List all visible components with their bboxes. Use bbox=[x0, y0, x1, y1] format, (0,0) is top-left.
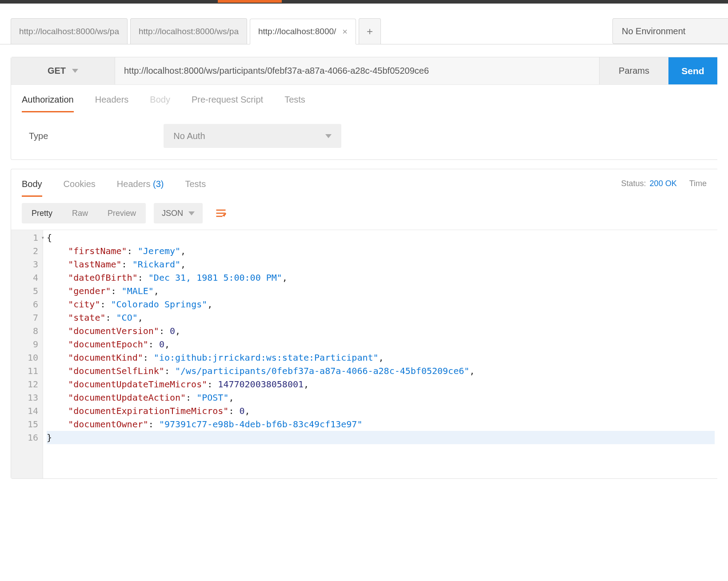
active-highlight bbox=[218, 0, 282, 3]
request-tabs: Authorization Headers Body Pre-request S… bbox=[11, 85, 717, 112]
close-icon[interactable]: × bbox=[342, 27, 348, 37]
tab-response-headers[interactable]: Headers (3) bbox=[117, 179, 164, 197]
request-tab-1[interactable]: http://localhost:8000/ws/pa bbox=[130, 18, 247, 44]
response-tabs-row: Body Cookies Headers (3) Tests Status: 2… bbox=[11, 169, 717, 197]
headers-label: Headers bbox=[117, 179, 151, 189]
auth-row: Type No Auth bbox=[11, 112, 717, 159]
app-top-bar bbox=[0, 0, 728, 4]
request-tab-2[interactable]: http://localhost:8000/ × bbox=[250, 19, 356, 44]
response-body-editor[interactable]: 12345678910111213141516 { "firstName": "… bbox=[11, 230, 717, 478]
tab-headers[interactable]: Headers bbox=[95, 95, 129, 112]
params-button[interactable]: Params bbox=[599, 57, 668, 84]
tab-response-cookies[interactable]: Cookies bbox=[64, 179, 96, 197]
response-tabs: Body Cookies Headers (3) Tests bbox=[22, 179, 206, 197]
auth-type-value: No Auth bbox=[173, 131, 205, 141]
environment-select[interactable]: No Environment bbox=[612, 18, 728, 44]
tab-label: http://localhost:8000/ bbox=[258, 27, 336, 36]
auth-type-label: Type bbox=[29, 131, 48, 141]
status-area: Status: 200 OK Time bbox=[621, 179, 707, 188]
format-raw-button[interactable]: Raw bbox=[62, 203, 98, 223]
format-row: Pretty Raw Preview JSON bbox=[11, 197, 717, 230]
line-gutter: 12345678910111213141516 bbox=[11, 230, 43, 478]
send-button[interactable]: Send bbox=[668, 57, 717, 84]
tab-label: http://localhost:8000/ws/pa bbox=[19, 27, 119, 36]
tab-response-tests[interactable]: Tests bbox=[185, 179, 206, 197]
request-builder: GET http://localhost:8000/ws/participant… bbox=[11, 57, 717, 160]
time-label: Time bbox=[689, 179, 707, 188]
tab-header: http://localhost:8000/ws/pa http://local… bbox=[0, 4, 728, 44]
response-panel: Body Cookies Headers (3) Tests Status: 2… bbox=[11, 169, 717, 479]
method-label: GET bbox=[48, 66, 66, 76]
wrap-lines-icon[interactable] bbox=[211, 203, 231, 223]
format-preview-button[interactable]: Preview bbox=[98, 203, 146, 223]
add-tab-button[interactable]: + bbox=[359, 18, 381, 44]
format-group: Pretty Raw Preview bbox=[22, 203, 146, 223]
chevron-down-icon bbox=[72, 69, 78, 73]
code-content[interactable]: { "firstName": "Jeremy", "lastName": "Ri… bbox=[43, 230, 717, 478]
chevron-down-icon bbox=[188, 211, 195, 215]
url-value: http://localhost:8000/ws/participants/0f… bbox=[124, 66, 429, 76]
tab-response-body[interactable]: Body bbox=[22, 179, 42, 197]
method-select[interactable]: GET bbox=[11, 57, 115, 84]
format-pretty-button[interactable]: Pretty bbox=[22, 203, 62, 223]
tab-body: Body bbox=[150, 95, 170, 112]
tab-tests[interactable]: Tests bbox=[284, 95, 305, 112]
tab-prerequest[interactable]: Pre-request Script bbox=[192, 95, 263, 112]
status-label: Status: bbox=[621, 179, 646, 188]
url-input[interactable]: http://localhost:8000/ws/participants/0f… bbox=[115, 57, 599, 84]
tab-label: http://localhost:8000/ws/pa bbox=[139, 27, 239, 36]
tab-authorization[interactable]: Authorization bbox=[22, 95, 74, 112]
tabs-area: http://localhost:8000/ws/pa http://local… bbox=[11, 18, 612, 44]
headers-count: (3) bbox=[153, 179, 164, 189]
body-type-select[interactable]: JSON bbox=[154, 203, 203, 223]
request-tab-0[interactable]: http://localhost:8000/ws/pa bbox=[11, 18, 128, 44]
body-type-label: JSON bbox=[162, 209, 183, 218]
url-row: GET http://localhost:8000/ws/participant… bbox=[11, 57, 717, 85]
chevron-down-icon bbox=[325, 134, 332, 138]
status-code: 200 OK bbox=[650, 179, 677, 188]
environment-label: No Environment bbox=[622, 26, 685, 36]
auth-type-select[interactable]: No Auth bbox=[164, 124, 341, 148]
